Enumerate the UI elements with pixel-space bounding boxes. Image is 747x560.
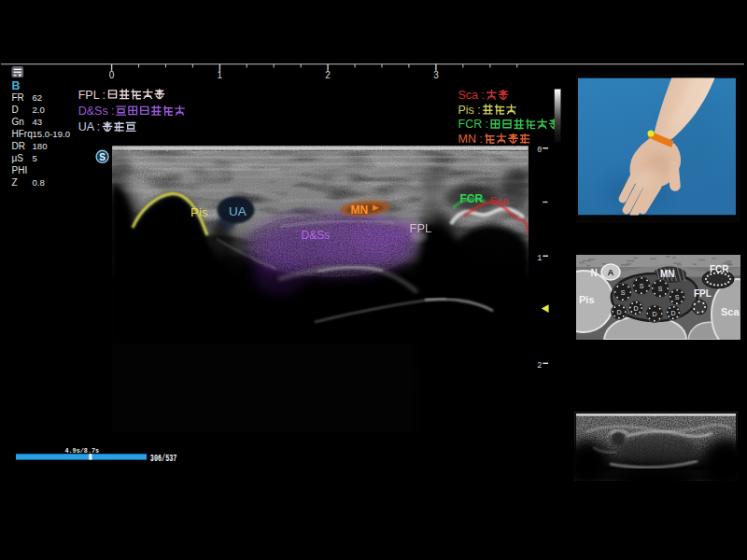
svg-text:S: S [99, 152, 106, 162]
svg-text:D&Ss: D&Ss [302, 229, 331, 242]
svg-text:PHI: PHI [12, 165, 28, 175]
svg-text:2: 2 [537, 361, 542, 371]
svg-text:D: D [652, 311, 656, 317]
svg-text:FPL: FPL [694, 288, 712, 299]
svg-text:D: D [633, 305, 638, 312]
svg-text:15.0-19.0: 15.0-19.0 [33, 129, 71, 139]
svg-text:S: S [658, 286, 663, 292]
svg-text:N: N [590, 268, 597, 278]
svg-text:1: 1 [218, 70, 223, 80]
svg-text:Pis: Pis [190, 205, 208, 219]
svg-text:Sca: Sca [721, 306, 740, 317]
svg-text:FCR :: FCR : [458, 118, 489, 131]
svg-text:A: A [608, 267, 614, 277]
svg-text:5: 5 [33, 153, 37, 163]
svg-text:180: 180 [33, 141, 48, 151]
svg-text:43: 43 [33, 117, 43, 127]
svg-text:0: 0 [109, 70, 115, 80]
svg-text:UA: UA [229, 204, 247, 218]
svg-text:MN :: MN : [458, 133, 483, 146]
svg-text:FCR: FCR [460, 192, 484, 205]
svg-text:62: 62 [33, 92, 43, 103]
svg-text:2.0: 2.0 [33, 105, 45, 115]
svg-text:S: S [675, 294, 680, 301]
svg-text:B: B [12, 79, 21, 92]
svg-text:Sca :: Sca : [458, 89, 486, 102]
svg-text:3: 3 [433, 70, 439, 80]
svg-text:D&Ss :: D&Ss : [78, 105, 115, 118]
svg-text:MN: MN [351, 203, 369, 217]
svg-text:Gn: Gn [12, 117, 24, 127]
svg-text:HFrq: HFrq [12, 129, 33, 139]
svg-text:D: D [670, 310, 675, 316]
svg-text:1: 1 [537, 254, 542, 263]
svg-text:Z: Z [12, 177, 18, 188]
svg-text:306/537: 306/537 [150, 454, 177, 464]
svg-text:0: 0 [537, 146, 542, 155]
svg-text:S: S [621, 289, 626, 296]
svg-text:D: D [616, 309, 621, 315]
svg-text:D: D [12, 105, 19, 115]
svg-text:FPL: FPL [410, 221, 432, 235]
svg-text:FCR: FCR [710, 264, 729, 274]
svg-text:FPL :: FPL : [78, 89, 106, 102]
svg-text:Pis: Pis [579, 294, 595, 305]
svg-text:UA :: UA : [78, 120, 101, 133]
svg-text:DR: DR [12, 141, 25, 151]
svg-text:0.8: 0.8 [33, 177, 45, 188]
svg-text:μS: μS [12, 153, 24, 163]
svg-text:FR: FR [12, 92, 24, 103]
svg-text:MN: MN [660, 269, 675, 279]
svg-text:Sca: Sca [490, 195, 509, 206]
svg-text:4.9s/8.7s: 4.9s/8.7s [64, 447, 99, 455]
svg-text:Pis :: Pis : [458, 104, 481, 117]
svg-text:S: S [640, 283, 644, 289]
svg-text:2: 2 [325, 70, 331, 80]
